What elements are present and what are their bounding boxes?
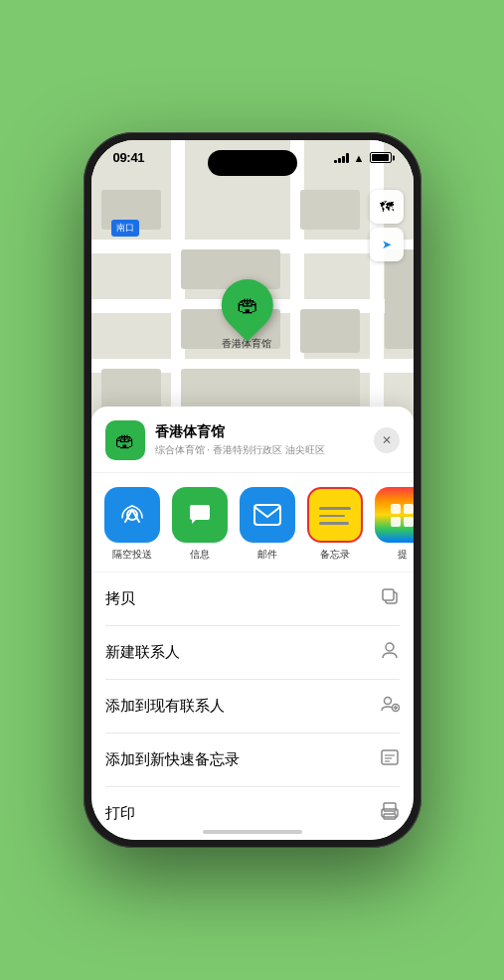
notes-icon — [311, 499, 359, 531]
copy-label: 拷贝 — [105, 589, 135, 608]
more-icon — [383, 496, 414, 535]
stadium-pin: 🏟 香港体育馆 — [221, 279, 272, 351]
venue-icon: 🏟 — [105, 420, 145, 460]
home-indicator — [203, 830, 302, 834]
status-time: 09:41 — [113, 150, 145, 165]
action-list: 拷贝 新建联系人 — [91, 572, 414, 840]
new-contact-label: 新建联系人 — [105, 643, 180, 662]
venue-info: 香港体育馆 综合体育馆 · 香港特别行政区 油尖旺区 — [155, 423, 364, 457]
svg-rect-13 — [384, 803, 396, 811]
notes-label: 备忘录 — [320, 548, 350, 562]
signal-icon — [334, 153, 349, 163]
status-icons: ▲ — [334, 152, 392, 164]
map-label: 南口 — [111, 220, 139, 237]
map-block — [300, 190, 360, 230]
close-button[interactable]: ✕ — [374, 427, 400, 453]
map-block — [300, 309, 360, 353]
share-item-more: 提 — [372, 487, 414, 562]
mail-button[interactable] — [240, 487, 295, 543]
action-new-contact[interactable]: 新建联系人 — [105, 626, 400, 680]
notes-button[interactable] — [307, 487, 363, 543]
airdrop-label: 隔空投送 — [112, 548, 152, 562]
print-label: 打印 — [105, 804, 135, 823]
action-add-notes[interactable]: 添加到新快速备忘录 — [105, 734, 400, 787]
location-icon: ➤ — [382, 238, 392, 251]
action-copy[interactable]: 拷贝 — [105, 572, 400, 626]
messages-label: 信息 — [190, 548, 210, 562]
share-icons: 隔空投送 信息 — [101, 487, 404, 562]
share-row: 隔空投送 信息 — [91, 473, 414, 572]
mail-icon — [252, 503, 282, 527]
add-notes-icon — [380, 747, 400, 772]
action-add-existing[interactable]: 添加到现有联系人 — [105, 680, 400, 734]
venue-subtitle: 综合体育馆 · 香港特别行政区 油尖旺区 — [155, 443, 364, 457]
dynamic-island — [208, 150, 297, 176]
location-button[interactable]: ➤ — [370, 228, 404, 261]
more-button[interactable] — [375, 487, 414, 543]
venue-emoji: 🏟 — [115, 429, 135, 452]
share-item-notes: 备忘录 — [304, 487, 366, 562]
battery-icon — [370, 152, 392, 163]
new-contact-icon — [380, 640, 400, 665]
phone-screen: 09:41 ▲ — [91, 140, 414, 840]
bottom-sheet: 🏟 香港体育馆 综合体育馆 · 香港特别行政区 油尖旺区 ✕ — [91, 407, 414, 840]
map-view-icon: 🗺 — [380, 199, 394, 215]
venue-card: 🏟 香港体育馆 综合体育馆 · 香港特别行政区 油尖旺区 ✕ — [91, 407, 414, 473]
messages-button[interactable] — [172, 487, 228, 543]
add-existing-label: 添加到现有联系人 — [105, 697, 225, 716]
map-controls: 🗺 ➤ — [370, 190, 404, 261]
venue-name: 香港体育馆 — [155, 423, 364, 441]
more-label: 提 — [398, 548, 408, 562]
svg-point-5 — [384, 698, 391, 705]
svg-rect-1 — [254, 505, 280, 525]
messages-icon — [186, 501, 214, 529]
add-existing-icon — [380, 694, 400, 719]
mail-label: 邮件 — [257, 548, 277, 562]
map-block — [385, 249, 414, 349]
svg-rect-9 — [382, 750, 398, 764]
share-item-mail: 邮件 — [237, 487, 298, 562]
share-item-airdrop: 隔空投送 — [101, 487, 163, 562]
add-notes-label: 添加到新快速备忘录 — [105, 750, 240, 769]
phone-frame: 09:41 ▲ — [84, 132, 421, 848]
svg-point-4 — [386, 643, 394, 651]
airdrop-icon — [118, 501, 146, 529]
map-view-button[interactable]: 🗺 — [370, 190, 404, 224]
airdrop-button[interactable] — [104, 487, 160, 543]
close-icon: ✕ — [382, 433, 392, 447]
print-icon — [380, 801, 400, 826]
wifi-icon: ▲ — [354, 152, 365, 164]
svg-point-16 — [394, 812, 396, 814]
share-item-messages: 信息 — [169, 487, 231, 562]
svg-rect-3 — [383, 589, 394, 600]
copy-icon — [380, 586, 400, 611]
